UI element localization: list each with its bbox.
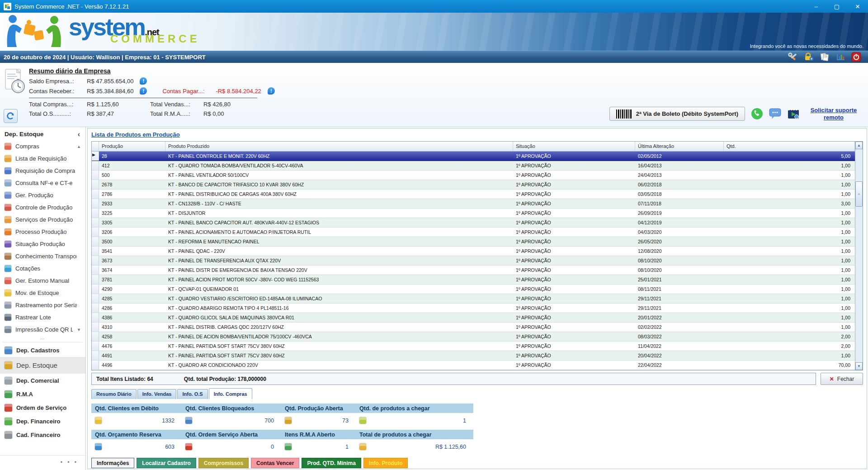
receber-info-icon[interactable]: ! xyxy=(140,87,147,95)
vertical-scrollbar[interactable]: ▲ ≡ ▼ xyxy=(855,142,863,370)
sidebar-item[interactable]: Lista de Requisição xyxy=(0,152,85,165)
bottom-button[interactable]: Prod. QTD. Mínima xyxy=(302,458,361,468)
sidebar-section[interactable]: Dep. Financeiro xyxy=(0,414,85,428)
sidebar-item[interactable]: Controle de Produção xyxy=(0,201,85,214)
table-row[interactable]: 4476 KT - PAINEL PARTIDA SOFT START 75CV… xyxy=(92,342,855,351)
table-row[interactable]: 3781 KT - PAINEL ACION PROT MOTOR 50CV -… xyxy=(92,275,855,285)
sidebar-section[interactable]: Dep. Estoque xyxy=(0,357,85,374)
table-row[interactable]: 500 KT - PAINEL VENTILADOR 50/100CV 1º A… xyxy=(92,171,855,180)
sidebar-item[interactable]: Ger. Produção xyxy=(0,189,85,201)
cell-qtd: 1,00 xyxy=(724,171,855,180)
main-panel: Lista de Produtos em Produção Produção P… xyxy=(87,128,867,469)
bottom-button[interactable]: Localizar Cadastro xyxy=(137,458,196,468)
cell-produto: KT - PAINEL PARTIDA SOFT START 75CV 380V… xyxy=(165,351,513,360)
stat-value: 1 xyxy=(463,418,466,424)
sidebar-item[interactable]: Requisição de Compra xyxy=(0,165,85,177)
video-tutorial-icon[interactable] xyxy=(787,108,800,120)
grid-header-qtd[interactable]: Qtd. xyxy=(724,142,855,151)
sidebar-item[interactable]: Serviços de Produção xyxy=(0,214,85,226)
sidebar-section[interactable]: Dep. Comercial xyxy=(0,374,85,387)
totals-box: Total Itens Listado: 64 Qtd. total Produ… xyxy=(91,373,816,385)
table-row[interactable]: 4285 KT - QUADRO VESTIARIO /ESCRITORIO E… xyxy=(92,294,855,304)
bottom-button[interactable]: Info. Produto xyxy=(363,458,408,468)
scrollbar-thumb[interactable]: ≡ xyxy=(855,181,863,207)
sidebar-item[interactable]: Rastreamento por Serial xyxy=(0,299,85,311)
table-row[interactable]: 3305 KT - PAINEL BANCO CAPACITOR AUT. 48… xyxy=(92,218,855,228)
sidebar-item[interactable]: Ger. Estorno Manual xyxy=(0,275,85,287)
sidebar-item-arrow-icon[interactable]: ▲ xyxy=(77,144,81,149)
boleto-button[interactable]: 2ª Via de Boleto (Débito SystemPort) xyxy=(609,107,745,121)
refresh-button[interactable] xyxy=(4,109,18,123)
saldo-info-icon[interactable]: ! xyxy=(140,77,147,85)
remote-support-link[interactable]: Solicitar suporte remoto xyxy=(806,107,862,122)
cell-qtd: 1,00 xyxy=(724,313,855,322)
table-row[interactable]: 2933 KT - CN1328/B - 110V - C/ HASTE 1º … xyxy=(92,199,855,209)
table-row[interactable]: 3673 KT - PAINEL DE TRANSFERENCIA AUX QT… xyxy=(92,256,855,266)
sidebar-section[interactable]: Dep. Cadastros xyxy=(0,343,85,357)
sidebar-item[interactable]: Compras ▲ xyxy=(0,140,85,152)
table-row[interactable]: 3206 KT - PAINEL ACIONAMENTO E AUTOMACAO… xyxy=(92,228,855,237)
tools-icon[interactable] xyxy=(788,52,798,62)
fechar-button[interactable]: ✕ Fechar xyxy=(821,373,863,385)
sidebar-item[interactable]: Processo Produção xyxy=(0,226,85,238)
sidebar-item[interactable]: Situação Produção xyxy=(0,238,85,250)
table-row[interactable]: 3225 KT - DISJUNTOR 1º APROVAÇÃO 26/09/2… xyxy=(92,209,855,218)
info-tab[interactable]: Resumo Diário xyxy=(91,389,137,399)
chart-icon[interactable] xyxy=(835,52,846,62)
sidebar-items-overflow-dots[interactable]: ⋯ xyxy=(3,336,83,342)
cell-alteracao: 16/04/2013 xyxy=(635,161,724,170)
scroll-down-icon[interactable]: ▼ xyxy=(855,362,863,370)
sidebar-section-label: Ordem de Serviço xyxy=(16,404,66,411)
table-row[interactable]: 4286 KT - QUADRO ABARIGO REMOTA TIPO 4 P… xyxy=(92,304,855,313)
grid-header-producao[interactable]: Produção xyxy=(99,142,165,151)
table-row[interactable]: 4290 KT - QCVAP-01 QUEIMADOR 01 1º APROV… xyxy=(92,285,855,294)
grid-header-situacao[interactable]: Situação xyxy=(513,142,635,151)
sidebar-more-dots[interactable]: • • • xyxy=(0,455,85,470)
table-row[interactable]: ▶ 28 KT - PAINEL CONTROLE E MONIT. 220V … xyxy=(92,152,855,161)
sidebar-section[interactable]: R.M.A xyxy=(0,387,85,401)
sidebar-section[interactable]: Cad. Financeiro xyxy=(0,428,85,442)
cell-qtd: 1,00 xyxy=(724,180,855,189)
info-tab[interactable]: Info. Compras xyxy=(209,388,252,399)
table-row[interactable]: 412 KT - QUADRO TOMADA BOMBA/VENTILADOR … xyxy=(92,161,855,171)
sidebar-item[interactable]: Consulta NF-e e CT-e xyxy=(0,177,85,189)
table-row[interactable]: 3541 KT - PAINEL QDAC - 220V 1º APROVAÇÃ… xyxy=(92,247,855,256)
table-row[interactable]: 3500 KT - REFORMA E MANUTENCAO PAINEL 1º… xyxy=(92,237,855,247)
table-row[interactable]: 2678 KT - BANCO DE CAPACITOR TRIFASICO 1… xyxy=(92,180,855,190)
sidebar-item[interactable]: Mov. de Estoque xyxy=(0,287,85,299)
table-row[interactable]: 2786 KT - PAINEL DISTRIBUICAO DE CARGAS … xyxy=(92,190,855,199)
bottom-button-label: Info. Produto xyxy=(369,460,403,466)
table-row[interactable]: 3674 KT - PAINEL DISTR DE EMERGENCIA DE … xyxy=(92,266,855,275)
table-row[interactable]: 4310 KT - PAINEL DISTRIB. CARGAS QDC 220… xyxy=(92,323,855,332)
grid-header-produto[interactable]: Produto Produzido xyxy=(165,142,513,151)
grid-header-alteracao[interactable]: Última Alteração xyxy=(635,142,724,151)
table-row[interactable]: 4386 KT - QUADRO GLICOL SALA DE MAQUINAS… xyxy=(92,313,855,323)
sidebar-section[interactable]: Ordem de Serviço xyxy=(0,401,85,414)
whatsapp-icon[interactable] xyxy=(751,108,763,120)
security-lock-icon[interactable] xyxy=(803,52,814,62)
bottom-button[interactable]: Informações xyxy=(91,458,134,468)
power-exit-icon[interactable] xyxy=(851,52,862,62)
sidebar-item-arrow-icon[interactable]: ▼ xyxy=(77,328,81,332)
chat-icon[interactable] xyxy=(769,108,781,119)
sidebar-item[interactable]: Rastrear Lote xyxy=(0,311,85,323)
bottom-button[interactable]: Contas Vencer xyxy=(251,458,299,468)
sidebar-item[interactable]: Impressão Code QR Lote ▼ xyxy=(0,323,85,336)
cell-producao: 3673 xyxy=(99,256,165,265)
table-row[interactable]: 4258 KT - PAINEL DE ACION BOMBA/VENTILAD… xyxy=(92,332,855,342)
bottom-button[interactable]: Compromissos xyxy=(198,458,249,468)
info-tab[interactable]: Info. O.S xyxy=(177,389,208,399)
sidebar-item[interactable]: Conhecimento Transporte xyxy=(0,250,85,262)
maximize-button[interactable]: ▢ xyxy=(826,0,847,13)
close-button[interactable]: ✕ xyxy=(847,0,868,13)
table-row[interactable]: 4491 KT - PAINEL PARTIDA SOFT START 75CV… xyxy=(92,351,855,361)
minimize-button[interactable]: – xyxy=(806,0,826,13)
cell-produto: KT - PAINEL DE ACION BOMBA/VENTILADOR 75… xyxy=(165,332,513,341)
documents-icon[interactable] xyxy=(819,52,830,62)
sidebar-item[interactable]: Cotações xyxy=(0,262,85,275)
pagar-info-icon[interactable]: ! xyxy=(268,87,275,95)
scroll-up-icon[interactable]: ▲ xyxy=(855,142,863,149)
collapse-sidebar-icon[interactable]: ‹ xyxy=(78,132,80,137)
table-row[interactable]: 4496 KT - QUADRO AR CONDICIONADO 220V 1º… xyxy=(92,361,855,370)
info-tab[interactable]: Info. Vendas xyxy=(137,389,177,399)
